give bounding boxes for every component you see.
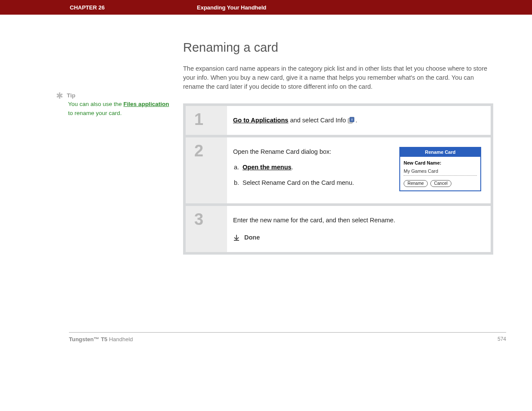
step-row: 1 Go to Applications and select Card Inf… <box>186 106 491 134</box>
step-number-cell: 3 <box>186 206 227 252</box>
steps-container: 1 Go to Applications and select Card Inf… <box>183 103 493 255</box>
substep-a: Open the menus. <box>241 162 386 172</box>
step-content: Enter the new name for the card, and the… <box>227 206 491 252</box>
footer-product-bold: Tungsten™ T5 <box>69 336 107 342</box>
step-number: 2 <box>194 143 218 159</box>
page-title: Renaming a card <box>183 40 493 55</box>
step-number: 3 <box>194 211 218 227</box>
step2-substeps: Open the menus. Select Rename Card on th… <box>241 162 386 188</box>
done-arrow-icon <box>233 234 240 241</box>
footer-product-rest: Handheld <box>107 336 133 342</box>
sidebar: ✱ Tip You can also use the Files applica… <box>56 40 183 255</box>
footer-product: Tungsten™ T5 Handheld <box>69 336 133 342</box>
dialog-field-label: New Card Name: <box>404 159 477 167</box>
dialog-field-value: My Games Card <box>404 168 477 176</box>
chapter-label: CHAPTER 26 <box>70 4 197 11</box>
main-content: Renaming a card The expansion card name … <box>183 40 493 255</box>
step-content: Open the Rename Card dialog box: Open th… <box>227 137 491 203</box>
step-content: Go to Applications and select Card Info … <box>227 106 491 134</box>
step3-text: Enter the new name for the card, and the… <box>233 217 395 224</box>
chapter-header: CHAPTER 26 Expanding Your Handheld <box>0 0 532 15</box>
tip-label: Tip <box>67 92 75 99</box>
card-info-icon: i <box>348 117 355 124</box>
tip-link[interactable]: Files application <box>124 101 169 107</box>
step-number-cell: 2 <box>186 137 227 203</box>
step-row: 3 Enter the new name for the card, and t… <box>186 206 491 252</box>
rename-card-dialog: Rename Card New Card Name: My Games Card… <box>399 147 481 191</box>
open-menus-link[interactable]: Open the menus <box>243 164 292 171</box>
done-label: Done <box>244 233 260 242</box>
step-number-cell: 1 <box>186 106 227 134</box>
dialog-cancel-button: Cancel <box>430 180 451 187</box>
tip-block: ✱ Tip You can also use the Files applica… <box>56 91 170 118</box>
step-row: 2 Open the Rename Card dialog box: Open … <box>186 137 491 203</box>
dialog-rename-button: Rename <box>404 180 428 187</box>
go-to-applications-link[interactable]: Go to Applications <box>233 117 288 124</box>
tip-body: You can also use the Files application t… <box>68 100 170 118</box>
page-number: 574 <box>498 336 506 342</box>
svg-text:i: i <box>352 118 352 121</box>
done-row: Done <box>233 233 481 242</box>
tip-text-before: You can also use the <box>68 101 124 107</box>
step2-lead: Open the Rename Card dialog box: <box>233 148 331 155</box>
asterisk-icon: ✱ <box>56 91 63 100</box>
intro-paragraph: The expansion card name appears in the c… <box>183 64 493 91</box>
step1-text: and select Card Info <box>288 117 348 124</box>
dialog-title: Rename Card <box>400 148 480 157</box>
tip-text-after: to rename your card. <box>68 110 122 116</box>
step1-period: . <box>355 117 357 124</box>
chapter-title: Expanding Your Handheld <box>197 4 266 11</box>
substep-b: Select Rename Card on the Card menu. <box>241 178 386 187</box>
step-number: 1 <box>194 111 218 128</box>
page-footer: Tungsten™ T5 Handheld 574 <box>69 332 506 342</box>
